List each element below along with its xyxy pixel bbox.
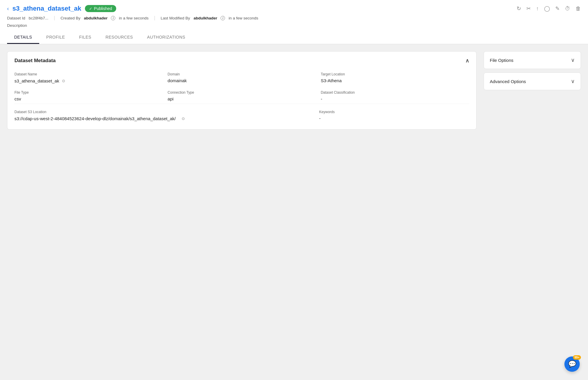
tab-authorizations[interactable]: AUTHORIZATIONS (140, 31, 193, 44)
created-by-user: abdulkhader (84, 16, 107, 20)
last-modified-label: Last Modified By (161, 16, 190, 20)
s3-location-section: Dataset S3 Location s3://cdap-us-west-2-… (14, 104, 469, 121)
last-modified-time: in a few seconds (229, 16, 258, 20)
tabs-row: DETAILS PROFILE FILES RESOURCES AUTHORIZ… (7, 31, 581, 44)
connection-type-value: api (167, 96, 316, 101)
dataset-classification-label: Dataset Classification (321, 90, 469, 95)
title-left: ‹ s3_athena_dataset_ak ✓ Published (7, 5, 116, 12)
chat-icon: 💬 (568, 360, 576, 368)
published-badge: ✓ Published (85, 5, 116, 12)
created-by-info-icon[interactable]: i (111, 16, 115, 20)
meta-row: Dataset Id bc28f4b7... Created By abdulk… (7, 16, 581, 20)
tab-files[interactable]: FILES (72, 31, 98, 44)
target-location-label: Target Location (321, 72, 469, 76)
left-panel: Dataset Metadata ∧ Dataset Name s3_athen… (7, 51, 477, 130)
file-type-value: csv (14, 96, 163, 101)
main-content: Dataset Metadata ∧ Dataset Name s3_athen… (0, 44, 588, 137)
metadata-grid: Dataset Name s3_athena_dataset_ak ⊙ Doma… (14, 72, 469, 101)
field-dataset-classification: Dataset Classification - (321, 90, 469, 101)
description-row: Description (7, 23, 581, 29)
field-s3-location: Dataset S3 Location s3://cdap-us-west-2-… (14, 110, 314, 121)
field-connection-type: Connection Type api (167, 90, 316, 101)
dataset-name-label: Dataset Name (14, 72, 163, 76)
toolbar-icons: ↻ ✂ ↑ ◯ ✎ ⏱ 🗑 (517, 5, 581, 12)
field-keywords: Keywords - (319, 110, 469, 121)
keywords-label: Keywords (319, 110, 469, 114)
last-modified-user: abdulkhader (193, 16, 217, 20)
edit-icon[interactable]: ✎ (555, 5, 560, 12)
dataset-name-value: s3_athena_dataset_ak ⊙ (14, 78, 163, 83)
dataset-id-value: bc28f4b7... (29, 16, 48, 20)
created-by-item: Created By abdulkhader i in a few second… (60, 16, 155, 20)
dataset-metadata-title: Dataset Metadata (14, 58, 56, 64)
dataset-metadata-card: Dataset Metadata ∧ Dataset Name s3_athen… (7, 51, 477, 130)
file-options-chevron-icon: ∨ (571, 57, 575, 63)
collapse-icon: ∧ (465, 57, 469, 64)
connection-type-label: Connection Type (167, 90, 316, 95)
field-dataset-name: Dataset Name s3_athena_dataset_ak ⊙ (14, 72, 163, 83)
share-icon[interactable]: ↑ (536, 6, 539, 12)
advanced-options-card: Advanced Options ∨ (484, 72, 581, 90)
dataset-metadata-body: Dataset Name s3_athena_dataset_ak ⊙ Doma… (7, 70, 476, 129)
status-label: Published (94, 6, 112, 11)
tab-details[interactable]: DETAILS (7, 31, 39, 44)
file-options-card: File Options ∨ (484, 51, 581, 69)
file-options-label: File Options (490, 58, 513, 63)
chat-badge: 99+ (573, 355, 581, 360)
advanced-options-header[interactable]: Advanced Options ∨ (484, 73, 581, 90)
circle-icon[interactable]: ◯ (544, 5, 550, 12)
right-panel: File Options ∨ Advanced Options ∨ (484, 51, 581, 90)
last-modified-item: Last Modified By abdulkhader i in a few … (161, 16, 264, 20)
target-location-value: S3-Athena (321, 78, 469, 83)
dataset-metadata-header[interactable]: Dataset Metadata ∧ (7, 52, 476, 70)
last-modified-info-icon[interactable]: i (221, 16, 225, 20)
scissors-icon[interactable]: ✂ (526, 5, 531, 12)
s3-location-label: Dataset S3 Location (14, 110, 314, 114)
field-file-type: File Type csv (14, 90, 163, 101)
delete-icon[interactable]: 🗑 (576, 6, 581, 12)
keywords-value: - (319, 116, 469, 121)
back-button[interactable]: ‹ (7, 6, 9, 12)
file-options-header[interactable]: File Options ∨ (484, 52, 581, 69)
dataset-id-label: Dataset Id (7, 16, 25, 20)
created-by-time: in a few seconds (119, 16, 149, 20)
copy-s3-icon[interactable]: ⊙ (180, 116, 186, 121)
tab-resources[interactable]: RESOURCES (98, 31, 140, 44)
domain-value: domainak (167, 78, 316, 83)
chat-button[interactable]: 99+ 💬 (564, 356, 580, 372)
dataset-id-item: Dataset Id bc28f4b7... (7, 16, 55, 20)
s3-location-grid: Dataset S3 Location s3://cdap-us-west-2-… (14, 110, 469, 121)
field-target-location: Target Location S3-Athena (321, 72, 469, 83)
advanced-options-label: Advanced Options (490, 79, 526, 84)
dataset-title: s3_athena_dataset_ak (12, 5, 81, 12)
advanced-options-chevron-icon: ∨ (571, 78, 575, 85)
created-by-label: Created By (60, 16, 81, 20)
check-icon: ✓ (89, 6, 92, 11)
refresh-icon[interactable]: ↻ (517, 5, 521, 12)
history-icon[interactable]: ⏱ (565, 6, 570, 12)
domain-label: Domain (167, 72, 316, 76)
file-type-label: File Type (14, 90, 163, 95)
top-bar: ‹ s3_athena_dataset_ak ✓ Published ↻ ✂ ↑… (0, 0, 588, 44)
copy-name-icon[interactable]: ⊙ (61, 78, 66, 83)
title-row: ‹ s3_athena_dataset_ak ✓ Published ↻ ✂ ↑… (7, 5, 581, 12)
tab-profile[interactable]: PROFILE (39, 31, 72, 44)
dataset-classification-value: - (321, 96, 469, 101)
field-domain: Domain domainak (167, 72, 316, 83)
s3-location-value: s3://cdap-us-west-2-484084523624-develop… (14, 116, 314, 121)
description-label: Description (7, 23, 27, 28)
